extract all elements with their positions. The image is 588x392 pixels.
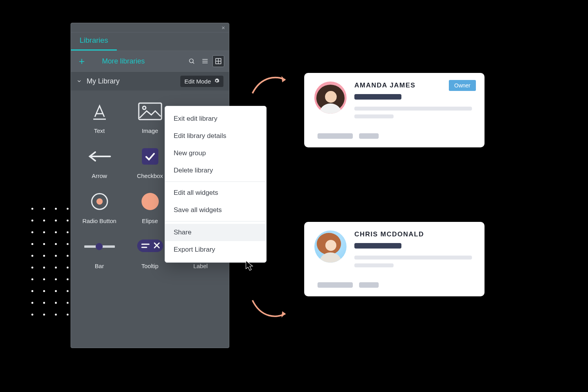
list-view-icon[interactable] [199,55,211,67]
placeholder-line [354,107,472,111]
add-button[interactable]: + [76,54,88,68]
library-section-header[interactable]: My Library Edit Mode [71,72,229,91]
owner-badge: Owner [449,80,476,91]
edit-mode-label: Edit Mode [184,78,211,85]
tab-libraries[interactable]: Libraries [71,32,117,51]
placeholder-line [354,243,401,249]
svg-rect-19 [137,240,163,252]
menu-item-delete-library[interactable]: Delete library [165,162,266,179]
svg-point-16 [142,193,159,210]
widget-text[interactable]: Text [74,100,125,134]
svg-point-11 [143,106,146,109]
library-context-menu: Exit edit library Edit library details N… [165,106,267,263]
widget-label: Bar [95,263,104,269]
menu-item-edit-details[interactable]: Edit library details [165,127,266,145]
widget-bar[interactable]: Bar [74,235,125,269]
widget-label: Image [142,127,158,134]
widget-arrow[interactable]: Arrow [74,145,125,179]
more-libraries-link[interactable]: More libraries [102,57,145,65]
panel-titlebar: × [71,23,229,33]
share-arrow-2-icon [249,296,292,324]
svg-rect-10 [139,103,162,120]
placeholder-line [354,256,472,260]
share-arrow-1-icon [249,71,292,98]
widget-label: Checkbox [137,172,163,179]
svg-line-1 [192,62,194,64]
user-card-chris-mcdonald: CHRIS MCDONALD [304,222,485,296]
menu-item-export-library[interactable]: Export Library [165,241,266,258]
placeholder-line [354,94,401,100]
svg-point-18 [96,243,103,250]
avatar [314,82,347,114]
chevron-down-icon [76,78,82,84]
widget-label: Elipse [142,218,158,224]
widget-radio[interactable]: Radio Button [74,190,125,224]
library-name: My Library [87,77,120,85]
user-card-amanda-james: Owner AMANDA JAMES [304,73,485,147]
menu-item-exit-edit[interactable]: Exit edit library [165,110,266,127]
widget-label: Arrow [92,172,107,179]
panel-toolbar: + More libraries [71,51,229,72]
edit-mode-button[interactable]: Edit Mode [180,76,223,87]
menu-item-new-group[interactable]: New group [165,145,266,162]
widget-label: Label [193,263,208,269]
widget-label: Radio Button [82,218,116,224]
placeholder-chip [318,282,353,288]
avatar [314,230,347,263]
search-icon[interactable] [186,55,198,67]
placeholder-chip [359,282,379,288]
user-name: CHRIS MCDONALD [354,230,474,238]
close-icon[interactable]: × [220,24,227,31]
grid-view-icon[interactable] [212,55,224,67]
panel-tabs: Libraries [71,33,229,51]
gear-icon [214,78,220,85]
svg-point-0 [189,59,193,63]
widget-label: Text [94,127,105,134]
placeholder-chip [318,133,353,139]
placeholder-line [354,114,394,118]
svg-rect-13 [142,148,158,165]
placeholder-chip [359,133,379,139]
widget-label: Tooltip [142,263,158,269]
menu-item-save-all-widgets[interactable]: Save all widgets [165,201,266,219]
svg-point-15 [96,198,103,205]
placeholder-line [354,263,394,267]
menu-item-edit-all-widgets[interactable]: Edit all widgets [165,184,266,201]
menu-item-share[interactable]: Share [165,224,266,241]
